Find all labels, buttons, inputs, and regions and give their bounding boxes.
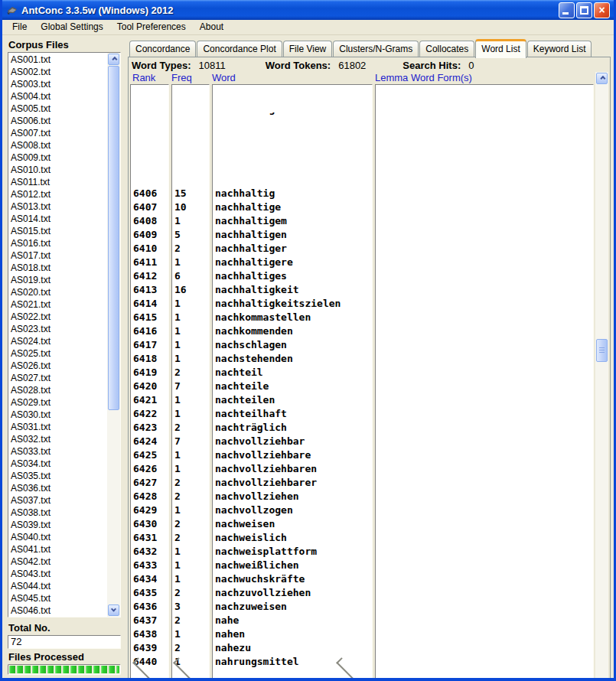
freq-cell[interactable]: 1 (172, 393, 209, 407)
rank-cell[interactable]: 6426 (131, 462, 168, 476)
rank-cell[interactable]: 6413 (131, 283, 168, 297)
freq-cell[interactable]: 1 (172, 214, 209, 228)
corpus-file-item[interactable]: AS037.txt (8, 494, 107, 507)
freq-cell[interactable]: 1 (172, 352, 209, 366)
word-cell[interactable]: nachstehenden (213, 352, 372, 366)
corpus-file-item[interactable]: AS028.txt (8, 384, 107, 396)
scroll-track[interactable] (107, 66, 120, 604)
rank-cell[interactable]: 6421 (131, 393, 168, 407)
freq-cell[interactable]: 1 (172, 462, 209, 476)
freq-cell[interactable]: 3 (172, 600, 209, 614)
corpus-file-item[interactable]: AS030.txt (8, 409, 107, 421)
corpus-file-item[interactable]: AS033.txt (8, 445, 107, 458)
freq-cell[interactable]: 7 (172, 435, 209, 448)
word-cell[interactable]: nachzuweisen (213, 600, 372, 614)
tool-tab[interactable]: Collocates (419, 41, 474, 57)
rank-cell[interactable]: 6428 (131, 490, 168, 503)
corpus-file-item[interactable]: AS008.txt (8, 139, 107, 152)
corpus-file-item[interactable]: AS026.txt (8, 360, 107, 372)
word-cell[interactable]: nachvollziehbaren (213, 462, 372, 476)
freq-cell[interactable]: 2 (172, 476, 209, 490)
menu-item[interactable]: Global Settings (34, 20, 109, 34)
corpus-file-item[interactable]: AS014.txt (8, 213, 107, 225)
tool-tab[interactable]: Word List (475, 39, 526, 58)
minimize-button[interactable] (559, 2, 575, 18)
freq-cell[interactable]: 2 (172, 586, 209, 600)
word-cell[interactable]: nachträglich (213, 421, 372, 435)
rank-cell[interactable]: 6427 (131, 476, 168, 490)
word-cell[interactable]: nachzuvollziehen (213, 586, 372, 600)
corpus-file-item[interactable]: AS016.txt (8, 237, 107, 249)
word-cell[interactable]: nachwuchskräfte (213, 572, 372, 586)
rank-header[interactable]: Rank (130, 72, 171, 84)
corpus-file-item[interactable]: AS006.txt (8, 115, 107, 127)
menu-item[interactable]: About (193, 20, 230, 34)
rank-cell[interactable]: 6420 (131, 380, 168, 393)
word-cell[interactable]: nachhaltigkeitszielen (213, 297, 372, 311)
corpus-file-item[interactable]: AS043.txt (8, 568, 107, 580)
corpus-file-item[interactable]: AS002.txt (8, 66, 107, 78)
rank-cell[interactable]: 6433 (131, 559, 168, 572)
word-cell[interactable]: nachkommenden (213, 324, 372, 338)
corpus-file-item[interactable]: AS039.txt (8, 519, 107, 531)
freq-cell[interactable]: 6 (172, 269, 209, 283)
freq-cell[interactable]: 2 (172, 641, 209, 655)
corpus-scrollbar[interactable] (107, 53, 120, 617)
corpus-file-item[interactable]: AS027.txt (8, 372, 107, 384)
freq-header[interactable]: Freq (171, 72, 212, 84)
freq-cell[interactable]: 2 (172, 421, 209, 435)
corpus-file-item[interactable]: AS018.txt (8, 262, 107, 274)
scroll-thumb[interactable] (596, 339, 608, 362)
corpus-file-item[interactable]: AS029.txt (8, 396, 107, 409)
word-cell[interactable]: nachweisen (213, 517, 372, 531)
corpus-file-item[interactable]: AS032.txt (8, 433, 107, 445)
rank-cell[interactable]: 6435 (131, 586, 168, 600)
close-button[interactable]: × (594, 2, 610, 18)
corpus-file-item[interactable]: AS005.txt (8, 103, 107, 115)
freq-cell[interactable]: 1 (172, 559, 209, 572)
corpus-file-item[interactable]: AS042.txt (8, 556, 107, 568)
scroll-track[interactable] (595, 85, 608, 678)
freq-cell[interactable]: 1 (172, 338, 209, 352)
rank-cell[interactable]: 6434 (131, 572, 168, 586)
freq-cell[interactable]: 7 (172, 380, 209, 393)
tool-tab[interactable]: Concordance (129, 41, 196, 57)
rank-cell[interactable]: 6432 (131, 545, 168, 559)
word-cell[interactable]: nachhaltiger (213, 242, 372, 256)
rank-cell[interactable]: 6412 (131, 269, 168, 283)
tool-tab[interactable]: Keyword List (527, 41, 592, 57)
rank-cell[interactable]: 6419 (131, 366, 168, 380)
freq-cell[interactable]: 1 (172, 545, 209, 559)
rank-cell[interactable]: 6407 (131, 200, 168, 214)
freq-cell[interactable]: 1 (172, 448, 209, 462)
word-cell[interactable]: nachweißlichen (213, 559, 372, 572)
word-cell[interactable]: nachhaltig (213, 187, 372, 200)
word-cell[interactable]: nachhaltigere (213, 256, 372, 269)
corpus-file-item[interactable]: AS035.txt (8, 470, 107, 482)
corpus-file-item[interactable]: AS025.txt (8, 347, 107, 360)
scroll-thumb[interactable] (108, 66, 119, 410)
freq-cell[interactable]: 10 (172, 200, 209, 214)
word-cell[interactable]: nachhaltigem (213, 214, 372, 228)
rank-cell[interactable]: 6439 (131, 641, 168, 655)
corpus-file-item[interactable]: AS010.txt (8, 164, 107, 176)
scroll-up-button[interactable] (596, 73, 608, 84)
rank-cell[interactable]: 6406 (131, 187, 168, 200)
corpus-file-item[interactable]: AS007.txt (8, 127, 107, 139)
freq-cell[interactable]: 2 (172, 242, 209, 256)
freq-cell[interactable]: 1 (172, 256, 209, 269)
menu-item[interactable]: File (5, 20, 34, 34)
tool-tab[interactable]: Concordance Plot (197, 41, 282, 57)
rank-cell[interactable]: 6423 (131, 421, 168, 435)
corpus-file-item[interactable]: AS041.txt (8, 543, 107, 556)
rank-cell[interactable]: 6424 (131, 435, 168, 448)
rank-cell[interactable]: 6437 (131, 614, 168, 627)
word-cell[interactable]: nachvollzogen (213, 503, 372, 517)
freq-cell[interactable]: 2 (172, 366, 209, 380)
tool-tab[interactable]: File View (283, 41, 332, 57)
word-cell[interactable]: nachkommastellen (213, 311, 372, 324)
corpus-file-item[interactable]: AS044.txt (8, 580, 107, 592)
rank-cell[interactable]: 6417 (131, 338, 168, 352)
corpus-file-item[interactable]: AS013.txt (8, 200, 107, 213)
word-header[interactable]: Word (212, 72, 375, 84)
